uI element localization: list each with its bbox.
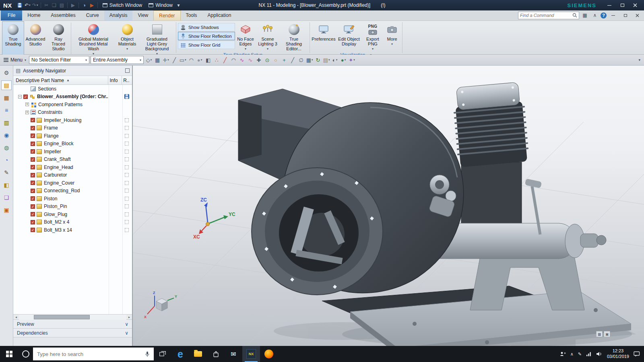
minimize-ribbon-icon[interactable]: ∧ [590, 11, 599, 19]
tree-row[interactable]: +Constraints [13, 109, 132, 117]
toolbar-overflow-icon[interactable]: ▾ [638, 58, 642, 62]
refresh-display[interactable]: ↻ [314, 56, 322, 64]
tree-row-readonly[interactable] [122, 142, 132, 146]
tab-file[interactable]: File [1, 10, 22, 21]
edge-button[interactable]: e [171, 346, 189, 362]
wcs-triad[interactable]: ZC YC XC [193, 197, 235, 240]
material-ball[interactable]: ●▾ [339, 56, 347, 64]
hd3d-tools[interactable]: ◉ [1, 130, 12, 140]
copy-button[interactable]: ❏ [50, 1, 58, 9]
capture-image[interactable]: ▦▾ [305, 56, 314, 64]
touch-mode-button[interactable]: ◑ [80, 1, 88, 9]
web-browser[interactable]: ◍ [1, 143, 12, 152]
object-materials-button[interactable]: Object Materials ▾ [115, 21, 139, 57]
tree-row[interactable]: ✓Engine_Block [13, 140, 132, 148]
readonly-checkbox[interactable] [125, 197, 129, 201]
menu-button[interactable]: Menu ▾ [2, 57, 28, 63]
tree-row[interactable]: ✓Piston [13, 195, 132, 203]
taskbar-search-input[interactable] [37, 351, 142, 357]
horizontal-scrollbar[interactable]: ◂ ▸ [13, 314, 132, 319]
tree-row-readonly[interactable] [122, 189, 132, 193]
view-cube[interactable]: Z X Y [144, 291, 177, 319]
tree-row[interactable]: ✓Crank_Shaft [13, 156, 132, 164]
tree-row-readonly[interactable] [122, 228, 132, 232]
column-info[interactable]: Info [108, 76, 122, 84]
preferences-button[interactable]: Preferences [312, 21, 336, 52]
scrollbar-track[interactable] [19, 315, 126, 320]
component-checkbox[interactable]: ✓ [31, 212, 35, 216]
part-navigator[interactable]: ≡ [1, 105, 12, 115]
paste-button[interactable]: ▤ [58, 1, 66, 9]
tree-expander-icon[interactable]: + [25, 103, 29, 106]
tab-curve[interactable]: Curve [81, 10, 104, 21]
switch-window-button[interactable]: Switch Window [99, 1, 145, 9]
circle-tool[interactable]: ○ [272, 56, 280, 64]
readonly-checkbox[interactable] [125, 126, 129, 130]
action-center-icon[interactable] [634, 351, 640, 357]
panel-undock-button[interactable] [125, 68, 130, 73]
repeat-command-button[interactable]: ▶ [69, 1, 77, 9]
windows-ink-icon[interactable]: ✎ [578, 352, 582, 357]
readonly-checkbox[interactable] [125, 134, 129, 138]
show-floor-grid-toggle[interactable]: Show Floor Grid [178, 41, 235, 49]
tab-tools[interactable]: Tools [181, 10, 202, 21]
roles-palette[interactable]: ❏ [1, 193, 12, 202]
readonly-checkbox[interactable] [125, 118, 129, 122]
file-explorer-button[interactable] [189, 346, 207, 362]
ray-traced-studio-button[interactable]: Ray Traced Studio [47, 21, 70, 57]
graduated-background-button[interactable]: Graduated Light Grey Background ▾ [140, 21, 174, 57]
tab-render[interactable]: Render [153, 10, 180, 21]
store-button[interactable] [207, 346, 225, 362]
tree-row-readonly[interactable] [122, 212, 132, 216]
scrollbar-thumb[interactable] [34, 315, 90, 319]
selection-scope-select[interactable]: Entire Assembly ▾ [91, 56, 144, 64]
tree-expander-icon[interactable]: − [18, 95, 22, 99]
tree-row[interactable]: ✓Impeller [13, 148, 132, 156]
lasso-select[interactable]: ◠ [187, 56, 195, 64]
readonly-checkbox[interactable] [125, 142, 129, 146]
undo-button[interactable]: ↶▾ [24, 1, 31, 9]
point-on-curve[interactable]: ⊙ [263, 56, 271, 64]
dependencies-section-header[interactable]: Dependencies ∨ [13, 328, 132, 337]
component-checkbox[interactable]: ✓ [31, 181, 35, 185]
assembly-navigator[interactable]: ▤ [1, 80, 12, 90]
readonly-checkbox[interactable] [125, 173, 129, 177]
tree-row[interactable]: ✓Engine_Cover [13, 179, 132, 187]
readonly-checkbox[interactable] [125, 212, 129, 216]
tree-row[interactable]: ✓Carburetor [13, 171, 132, 179]
tree-row-readonly[interactable] [122, 134, 132, 138]
datum-cross[interactable]: ✚ [255, 56, 263, 64]
constraint-navigator[interactable]: ▦ [1, 93, 12, 103]
tree-row[interactable]: ✓Bolt_M2 x 4 [13, 218, 132, 226]
readonly-checkbox[interactable] [125, 165, 129, 169]
tab-view[interactable]: View [132, 10, 153, 21]
studio-spline[interactable]: ∿ [238, 56, 246, 64]
close-button[interactable] [629, 0, 642, 10]
end-point-snap[interactable]: ╱ [170, 56, 178, 64]
datum-grid-toggle[interactable]: ▦ [153, 56, 161, 64]
point-cloud[interactable]: ∴ [213, 56, 221, 64]
process-studio[interactable]: ✎ [1, 168, 12, 177]
history-palette[interactable]: ◔ [1, 155, 12, 165]
component-checkbox[interactable]: ✓ [31, 118, 35, 122]
readonly-checkbox[interactable] [125, 189, 129, 193]
export-png-button[interactable]: PNG Export PNG ▾ [362, 21, 383, 52]
advanced-studio-button[interactable]: Advanced Studio [25, 21, 46, 57]
edit-object-display-button[interactable]: Edit Object Display [336, 21, 362, 52]
preview-section-header[interactable]: Preview ∨ [13, 319, 132, 328]
blower-assembly-model[interactable] [238, 82, 631, 346]
component-checkbox[interactable]: ✓ [31, 220, 35, 224]
tree-row[interactable]: ✓Connecting_Rod [13, 187, 132, 195]
taskbar-search-box[interactable] [33, 348, 154, 360]
tree-expander-icon[interactable]: + [25, 111, 29, 114]
network-icon[interactable] [586, 352, 592, 356]
find-command-box[interactable] [518, 12, 579, 19]
taskbar-clock[interactable]: 12:23 03/01/2019 [607, 348, 629, 360]
component-checkbox[interactable]: ✓ [31, 142, 35, 146]
command-arrow-button[interactable]: ▶ [88, 1, 96, 9]
tree-row[interactable]: ✓Flange [13, 132, 132, 140]
grid-settings[interactable]: ▤▾ [322, 56, 330, 64]
tree-row-readonly[interactable] [122, 118, 132, 122]
tree-row-readonly[interactable] [122, 197, 132, 201]
reuse-library[interactable]: ▥ [1, 118, 12, 128]
